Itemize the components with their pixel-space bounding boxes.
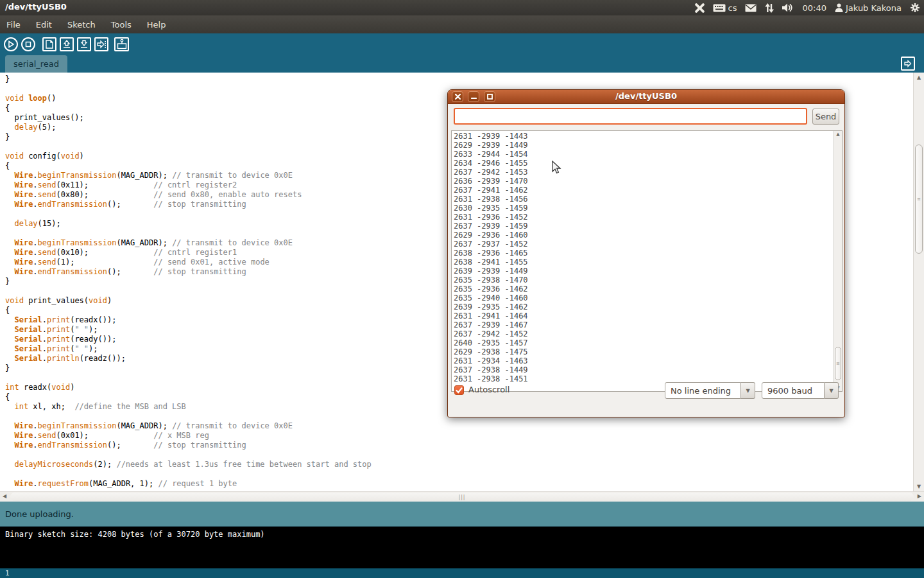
code-line: Serial.print(ready()); [5, 335, 372, 344]
serial-data-row: 2635 -2940 -1460 [454, 293, 528, 302]
serial-data-row: 2637 -2941 -1462 [454, 186, 528, 195]
code-line: void print_values(void) [5, 296, 372, 306]
tab-menu-arrow-icon[interactable] [901, 57, 915, 71]
code-line [5, 142, 372, 152]
serial-data-row: 2637 -2942 -1453 [454, 168, 528, 177]
code-line: void loop() [5, 94, 372, 103]
serial-input[interactable] [454, 108, 807, 125]
code-line: Wire.beginTransmission(MAG_ADDR); // tra… [5, 421, 372, 431]
code-line [5, 209, 372, 219]
user-icon [835, 3, 843, 12]
editor-horizontal-scroll-thumb[interactable]: ||| [10, 493, 914, 501]
code-area[interactable]: } void loop(){ print_values(); delay(5);… [5, 74, 372, 489]
code-line: Wire.send(1); // send 0x01, active mode [5, 258, 372, 267]
code-line: Wire.send(0x10); // cntrl register1 [5, 248, 372, 258]
editor-vertical-scroll-thumb[interactable]: ≡ [915, 144, 923, 254]
editor-horizontal-scrollbar[interactable]: ◀ ||| ▶ [0, 491, 924, 502]
upload-button[interactable] [94, 37, 108, 51]
serial-output[interactable]: 2631 -2939 -14432629 -2939 -14492633 -29… [451, 130, 843, 392]
serial-output-text: 2631 -2939 -14432629 -2939 -14492633 -29… [454, 132, 528, 383]
baud-rate-dropdown-arrow-icon[interactable]: ▼ [825, 382, 839, 399]
code-line: int readx(void) [5, 383, 372, 392]
serial-data-row: 2634 -2946 -1455 [454, 159, 528, 168]
scroll-up-icon[interactable]: ▲ [914, 74, 924, 80]
serial-data-row: 2631 -2938 -1456 [454, 195, 528, 204]
mail-icon[interactable] [745, 4, 757, 12]
keyboard-layout-label: cs [728, 3, 737, 13]
serial-data-row: 2631 -2936 -1452 [454, 213, 528, 222]
keyboard-indicator[interactable]: cs [713, 3, 737, 13]
tab-label: serial_read [13, 59, 59, 69]
panel-window-title: /dev/ttyUSB0 [5, 2, 67, 12]
sync-arrows-icon[interactable] [765, 3, 774, 13]
serial-data-row: 2631 -2938 -1451 [454, 374, 528, 383]
menu-item-edit[interactable]: Edit [28, 17, 60, 33]
open-button[interactable] [60, 37, 74, 51]
code-line: { [5, 103, 372, 113]
code-line [5, 450, 372, 460]
line-ending-select[interactable]: No line ending [665, 382, 741, 399]
tab-serial-read[interactable]: serial_read [5, 55, 67, 73]
footer-strip: 1 [0, 568, 924, 578]
serial-data-row: 2629 -2938 -1475 [454, 347, 528, 356]
code-line: int xl, xh; //define the MSB and LSB [5, 402, 372, 412]
serial-scroll-thumb[interactable]: ≡ [835, 347, 841, 380]
clock-label: 00:40 [802, 3, 826, 13]
code-line: Wire.beginTransmission(MAG_ADDR); // tra… [5, 171, 372, 180]
code-line: } [5, 363, 372, 373]
scroll-up-icon[interactable]: ▲ [834, 132, 842, 137]
serial-monitor-button[interactable] [114, 37, 129, 51]
serial-data-row: 2639 -2939 -1449 [454, 267, 528, 276]
code-line: delay(15); [5, 219, 372, 229]
console-output: Binary sketch size: 4208 bytes (of a 307… [0, 526, 924, 568]
editor-vertical-scrollbar[interactable]: ▲ ≡ ▼ [913, 73, 924, 491]
keyboard-icon [713, 4, 726, 12]
serial-window-titlebar[interactable]: /dev/ttyUSB0 [448, 90, 844, 104]
volume-icon[interactable] [782, 3, 794, 12]
verify-button[interactable] [4, 37, 18, 51]
indicator-icon[interactable] [695, 3, 705, 13]
toolbar [0, 33, 924, 55]
menu-item-sketch[interactable]: Sketch [60, 17, 103, 33]
code-line: Wire.endTransmission(); // stop transmit… [5, 200, 372, 209]
code-line: Serial.print(" "); [5, 344, 372, 354]
status-message: Done uploading. [5, 509, 74, 519]
scroll-right-icon[interactable]: ▶ [918, 493, 921, 499]
serial-data-row: 2637 -2939 -1459 [454, 222, 528, 231]
code-line: { [5, 392, 372, 402]
send-button[interactable]: Send [812, 109, 839, 125]
autoscroll-checkbox[interactable] [454, 385, 464, 395]
stop-button[interactable] [21, 37, 35, 51]
serial-data-row: 2635 -2938 -1470 [454, 276, 528, 285]
serial-vertical-scrollbar[interactable]: ▲ ≡ ▼ [834, 131, 842, 391]
menu-item-file[interactable]: File [0, 17, 28, 33]
code-line: print_values(); [5, 113, 372, 123]
baud-rate-value: 9600 baud [767, 386, 812, 396]
session-gear-icon[interactable] [910, 3, 920, 13]
serial-data-row: 2637 -2942 -1452 [454, 329, 528, 338]
screen: /dev/ttyUSB0 cs 00:40 [0, 0, 924, 578]
clock-indicator[interactable]: 00:40 [802, 3, 826, 13]
scroll-down-icon[interactable]: ▼ [914, 484, 924, 489]
code-line [5, 229, 372, 238]
code-line: Wire.send(0x11); // cntrl register2 [5, 180, 372, 190]
new-sketch-button[interactable] [42, 37, 56, 51]
scroll-left-icon[interactable]: ◀ [3, 493, 6, 499]
menu-item-help[interactable]: Help [139, 17, 174, 33]
code-line [5, 286, 372, 296]
baud-rate-select[interactable]: 9600 baud [762, 382, 825, 399]
serial-monitor-window: /dev/ttyUSB0 Send 2631 -2939 -14432629 -… [447, 89, 845, 417]
serial-data-row: 2639 -2935 -1462 [454, 302, 528, 311]
code-line: Serial.print(" "); [5, 325, 372, 335]
user-name-label: Jakub Kakona [846, 3, 902, 13]
code-line [5, 469, 372, 479]
code-line: Wire.send(0x80); // send 0x80, enable au… [5, 190, 372, 200]
serial-window-title: /dev/ttyUSB0 [448, 91, 844, 101]
code-line [5, 412, 372, 421]
line-ending-dropdown-arrow-icon[interactable]: ▼ [741, 382, 755, 399]
serial-data-row: 2633 -2944 -1454 [454, 150, 528, 159]
menu-item-tools[interactable]: Tools [103, 17, 139, 33]
mouse-cursor-icon [552, 161, 561, 177]
user-indicator[interactable]: Jakub Kakona [835, 3, 902, 13]
save-button[interactable] [77, 37, 91, 51]
